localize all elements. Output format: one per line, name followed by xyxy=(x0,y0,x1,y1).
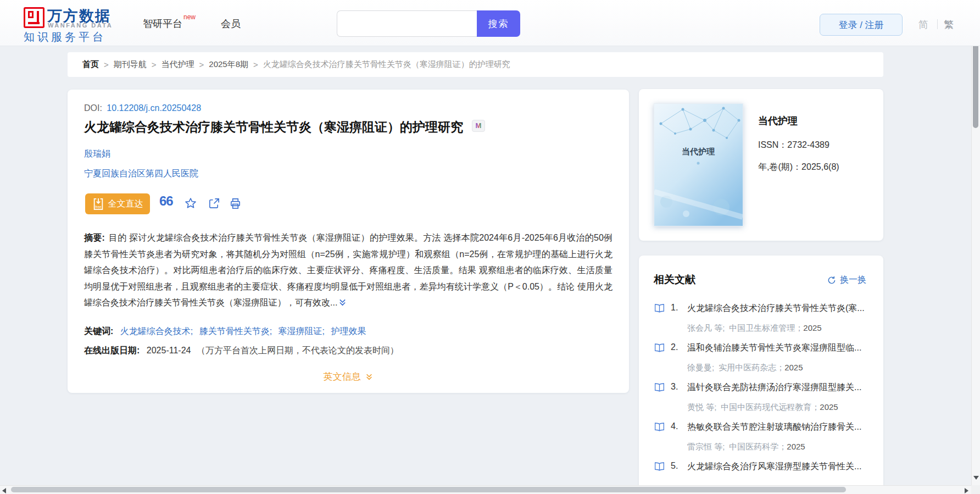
related-item-authors: 张会凡 等; xyxy=(687,323,725,332)
pubdate-label: 在线出版日期: xyxy=(84,346,140,355)
wanfang-article-page: 万方数据 WANFANG DATA 知识服务平台 智研平台 new 会员 搜索 … xyxy=(0,0,980,494)
related-item-year: 2025 xyxy=(787,442,805,451)
abstract-text: 目的 探讨火龙罐综合灸技术治疗膝关节骨性关节炎（寒湿痹阻证）的护理效果。方法 选… xyxy=(84,233,612,307)
keyword-link[interactable]: 寒湿痹阻证; xyxy=(279,326,325,336)
keywords-line: 关键词: 火龙罐综合灸技术; 膝关节骨性关节炎; 寒湿痹阻证; 护理效果 xyxy=(84,326,370,337)
affiliation-link[interactable]: 宁夏回族自治区第四人民医院 xyxy=(84,168,198,180)
svg-text:free: free xyxy=(95,204,101,208)
journal-issn-line: ISSN：2732-4389 xyxy=(758,140,829,151)
related-refresh-button[interactable]: 换一换 xyxy=(827,274,866,286)
issn-value: 2732-4389 xyxy=(787,140,829,149)
scroll-left-arrow[interactable] xyxy=(2,488,6,493)
related-item-number: 5. xyxy=(671,461,678,471)
related-item-title[interactable]: 火龙罐综合灸技术治疗膝关节骨性关节炎(寒... xyxy=(687,303,868,314)
related-item-authors: 雷宗恒 等; xyxy=(687,442,725,451)
horizontal-scroll-thumb[interactable] xyxy=(11,487,846,492)
breadcrumb-separator: > xyxy=(253,60,258,69)
related-item-title[interactable]: 火龙罐综合灸治疗风寒湿痹型膝关节骨性关... xyxy=(687,461,868,473)
quote-icon[interactable]: 66 xyxy=(159,193,173,209)
logo-shape-rect xyxy=(28,11,34,18)
search-button[interactable]: 搜索 xyxy=(477,10,520,37)
volume-value: 2025,6(8) xyxy=(801,162,839,171)
related-item-meta: 张会凡 等;中国卫生标准管理；2025 xyxy=(687,323,868,334)
article-title-row: 火龙罐综合灸技术治疗膝关节骨性关节炎（寒湿痹阻证）的护理研究 M xyxy=(84,119,617,136)
login-register-button[interactable]: 登录 / 注册 xyxy=(820,14,903,36)
pubdate-value: 2025-11-24 xyxy=(147,346,191,355)
related-item: 1. 火龙罐综合灸技术治疗膝关节骨性关节炎(寒... 张会凡 等;中国卫生标准管… xyxy=(654,303,869,337)
breadcrumb-journal-nav[interactable]: 期刊导航 xyxy=(114,59,147,70)
book-icon xyxy=(654,422,665,432)
journal-volume-line: 年,卷(期)：2025,6(8) xyxy=(758,162,839,173)
fulltext-download-icon: free xyxy=(92,197,104,211)
breadcrumb-home[interactable]: 首页 xyxy=(82,59,99,70)
svg-text:M: M xyxy=(476,121,482,130)
search-input[interactable] xyxy=(337,10,477,37)
english-info-chevron-icon xyxy=(365,373,373,384)
related-item: 3. 温针灸联合羌防祛痹汤治疗寒湿痹阻型膝关... 黄悦 等;中国中医药现代远程… xyxy=(654,382,869,416)
fulltext-label: 全文直达 xyxy=(108,198,143,210)
keyword-link[interactable]: 膝关节骨性关节炎; xyxy=(199,326,272,336)
fulltext-access-button[interactable]: free 全文直达 xyxy=(85,193,150,214)
related-item-title[interactable]: 温针灸联合羌防祛痹汤治疗寒湿痹阻型膝关... xyxy=(687,382,868,393)
author-link[interactable]: 殷瑞娟 xyxy=(84,148,110,160)
pubdate-note: （万方平台首次上网日期，不代表论文的发表时间） xyxy=(197,346,399,355)
abstract-paragraph: 摘要:目的 探讨火龙罐综合灸技术治疗膝关节骨性关节炎（寒湿痹阻证）的护理效果。方… xyxy=(84,230,612,312)
related-item-source: 实用中医药杂志； xyxy=(719,363,784,372)
breadcrumb-journal[interactable]: 当代护理 xyxy=(162,59,194,70)
medsci-badge: M xyxy=(472,120,485,132)
breadcrumb-separator: > xyxy=(104,60,109,69)
doi-line: DOI: 10.12208/j.cn.20250428 xyxy=(84,103,201,113)
related-item-source: 中国医药科学； xyxy=(729,442,787,451)
site-header: 万方数据 WANFANG DATA 知识服务平台 智研平台 new 会员 搜索 … xyxy=(0,0,980,46)
related-item: 5. 火龙罐综合灸治疗风寒湿痹型膝关节骨性关... xyxy=(654,461,869,485)
related-item-authors: 黄悦 等; xyxy=(687,402,716,412)
scroll-right-arrow[interactable] xyxy=(965,488,968,493)
related-item-meta: 黄悦 等;中国中医药现代远程教育；2025 xyxy=(687,402,868,413)
lang-simplified[interactable]: 简 xyxy=(918,18,928,31)
related-item-title[interactable]: 热敏灸联合关节腔注射玻璃酸钠治疗膝骨关... xyxy=(687,421,868,433)
breadcrumb-issue[interactable]: 2025年8期 xyxy=(209,59,248,70)
related-item-number: 3. xyxy=(671,382,678,392)
related-title: 相关文献 xyxy=(654,273,695,287)
related-item-authors: 徐曼曼; xyxy=(687,363,714,372)
article-title: 火龙罐综合灸技术治疗膝关节骨性关节炎（寒湿痹阻证）的护理研究 xyxy=(84,120,463,134)
pubdate-line: 在线出版日期: 2025-11-24 （万方平台首次上网日期，不代表论文的发表时… xyxy=(84,345,399,357)
scroll-down-arrow[interactable] xyxy=(973,476,979,480)
book-icon xyxy=(654,303,665,313)
breadcrumb-separator: > xyxy=(199,60,204,69)
keyword-link[interactable]: 火龙罐综合灸技术; xyxy=(120,326,193,336)
lang-divider xyxy=(937,19,938,29)
related-item-year: 2025 xyxy=(784,363,803,372)
journal-cover-art: 当代护理 xyxy=(654,104,743,226)
book-icon xyxy=(654,462,665,471)
related-item-source: 中国卫生标准管理； xyxy=(729,323,803,332)
related-item: 4. 热敏灸联合关节腔注射玻璃酸钠治疗膝骨关... 雷宗恒 等;中国医药科学；2… xyxy=(654,421,869,456)
abstract-expand-icon[interactable] xyxy=(338,296,347,312)
volume-label: 年,卷(期)： xyxy=(758,162,801,171)
share-export-icon[interactable] xyxy=(208,197,220,212)
keywords-label: 关键词: xyxy=(84,326,113,336)
breadcrumb: 首页 > 期刊导航 > 当代护理 > 2025年8期 > 火龙罐综合灸技术治疗膝… xyxy=(68,52,883,77)
breadcrumb-current-article: 火龙罐综合灸技术治疗膝关节骨性关节炎（寒湿痹阻证）的护理研究 xyxy=(263,59,510,70)
english-info-toggle[interactable]: 英文信息 xyxy=(84,370,612,384)
brand-tagline: 知识服务平台 xyxy=(24,30,106,45)
related-item-title[interactable]: 温和灸辅治膝关节骨性关节炎寒湿痹阻型临... xyxy=(687,342,868,354)
logo-shape-vbar xyxy=(37,11,39,23)
related-item-source: 中国中医药现代远程教育； xyxy=(721,402,820,412)
related-item-number: 2. xyxy=(671,342,678,352)
nav-member[interactable]: 会员 xyxy=(221,17,241,30)
wanfang-logo-icon[interactable] xyxy=(24,7,44,28)
english-info-label: 英文信息 xyxy=(324,371,361,382)
nav-zhiyan-platform[interactable]: 智研平台 xyxy=(143,17,182,30)
related-item-meta: 雷宗恒 等;中国医药科学；2025 xyxy=(687,442,868,452)
favorite-star-icon[interactable] xyxy=(184,197,197,212)
keyword-link[interactable]: 护理效果 xyxy=(331,326,366,336)
lang-traditional[interactable]: 繁 xyxy=(944,18,954,31)
related-item-meta: 徐曼曼;实用中医药杂志；2025 xyxy=(687,363,868,373)
journal-name: 当代护理 xyxy=(758,114,798,127)
refresh-icon xyxy=(827,275,837,285)
print-icon[interactable] xyxy=(229,197,242,212)
doi-link[interactable]: 10.12208/j.cn.20250428 xyxy=(107,103,201,113)
breadcrumb-separator: > xyxy=(152,60,157,69)
journal-cover[interactable]: 当代护理 xyxy=(654,103,743,226)
